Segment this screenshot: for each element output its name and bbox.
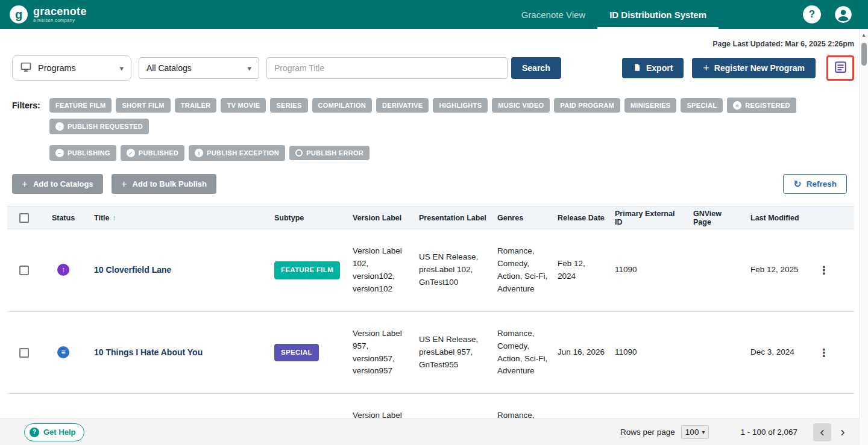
column-subtype: Subtype xyxy=(269,207,348,229)
export-file-icon xyxy=(633,63,641,73)
plus-icon: + xyxy=(22,179,28,189)
filter-series[interactable]: SERIES xyxy=(270,98,307,113)
table-header-row: Status Title↑ Subtype Version Label Pres… xyxy=(7,207,854,229)
last-modified-cell: Feb 12, 2025 xyxy=(746,394,809,419)
filter-music-video[interactable]: MUSIC VIDEO xyxy=(492,98,550,113)
version-label-cell: Version Label 102, version102, version10… xyxy=(348,229,414,312)
add-to-catalogs-button[interactable]: + Add to Catalogs xyxy=(12,174,103,194)
primary-external-id-cell: 11090 xyxy=(610,394,688,419)
filter-miniseries[interactable]: MINISERIES xyxy=(624,98,677,113)
last-modified-cell: Dec 3, 2024 xyxy=(746,311,809,394)
genres-cell: Romance, Comedy, Action, Sci-Fi, Adventu… xyxy=(492,229,553,312)
rows-per-page-label: Rows per page xyxy=(620,428,675,437)
programs-select-value: Programs xyxy=(38,63,76,73)
column-status: Status xyxy=(41,207,86,229)
search-button[interactable]: Search xyxy=(511,57,561,79)
release-date-cell: Sep 12, 2025 xyxy=(553,394,610,419)
filter-compilation[interactable]: COMPILATION xyxy=(312,98,372,113)
publishing-icon: − xyxy=(55,149,64,157)
row-checkbox[interactable] xyxy=(19,266,29,275)
column-last-modified: Last Modified xyxy=(746,207,809,229)
filter-publish-requested[interactable]: ↑ PUBLISH REQUESTED xyxy=(49,119,149,134)
export-button[interactable]: Export xyxy=(622,58,684,78)
footer-bar: ? Get Help Rows per page 100 ▾ 1 - 100 o… xyxy=(0,419,859,445)
list-view-icon xyxy=(833,60,848,77)
next-page-button[interactable]: › xyxy=(834,423,852,441)
select-all-checkbox[interactable] xyxy=(19,213,29,223)
filter-trailer[interactable]: TRAILER xyxy=(175,98,217,113)
chevron-down-icon: ▾ xyxy=(702,429,705,435)
version-label-cell: Version Label 680, version680, version68… xyxy=(348,394,414,419)
registered-icon: ≡ xyxy=(733,101,741,110)
help-icon[interactable]: ? xyxy=(803,5,821,23)
release-date-cell: Feb 12, 2024 xyxy=(553,229,610,312)
tab-gracenote-view[interactable]: Gracenote View xyxy=(509,0,597,29)
vertical-scrollbar[interactable]: ▲ xyxy=(859,29,868,445)
primary-external-id-cell: 11090 xyxy=(610,229,688,312)
program-title-link[interactable]: 10 Cloverfield Lane xyxy=(94,265,171,275)
column-gnview-page: GNView Page xyxy=(688,207,746,229)
last-modified-cell: Feb 12, 2025 xyxy=(746,229,809,312)
filter-published[interactable]: ✓ PUBLISHED xyxy=(121,145,184,161)
programs-select[interactable]: Programs ▾ xyxy=(12,55,131,81)
filter-derivative[interactable]: DERIVATIVE xyxy=(376,98,429,113)
user-avatar-icon[interactable] xyxy=(834,5,852,23)
filter-publish-error[interactable]: PUBLISH ERROR xyxy=(289,146,370,160)
program-title-input[interactable] xyxy=(266,57,508,79)
filter-tv-movie[interactable]: TV MOVIE xyxy=(221,98,266,113)
column-genres: Genres xyxy=(492,207,553,229)
presentation-label-cell: US EN Release, presLabel 680, GnTest678 xyxy=(414,394,492,419)
gnview-page-cell xyxy=(688,394,746,419)
brand-name: gracenote xyxy=(33,6,87,17)
last-updated-text: Page Last Updated: Mar 6, 2025 2:26pm xyxy=(12,40,854,48)
filter-highlights[interactable]: HIGHLIGHTS xyxy=(433,98,488,113)
sort-ascending-icon[interactable]: ↑ xyxy=(112,213,116,222)
filter-publish-exception[interactable]: ! PUBLISH EXCEPTION xyxy=(189,145,285,161)
status-publish-requested-icon: ↑ xyxy=(57,264,69,276)
row-menu-icon[interactable]: ⋮ xyxy=(819,346,829,359)
catalogs-select[interactable]: All Catalogs ▾ xyxy=(139,57,259,79)
gracenote-logo-icon: g xyxy=(10,5,28,23)
register-new-program-button[interactable]: + Register New Program xyxy=(692,58,816,78)
tab-id-distribution-system[interactable]: ID Distribution System xyxy=(597,0,719,29)
top-nav: g gracenote a nielsen company Gracenote … xyxy=(0,0,868,29)
presentation-label-cell: US EN Release, presLabel 957, GnTest955 xyxy=(414,311,492,394)
add-to-bulk-publish-button[interactable]: + Add to Bulk Publish xyxy=(112,174,216,194)
column-version-label: Version Label xyxy=(348,207,414,229)
get-help-button[interactable]: ? Get Help xyxy=(24,423,84,441)
previous-page-button[interactable]: ‹ xyxy=(813,423,831,441)
column-release-date: Release Date xyxy=(553,207,610,229)
filter-short-film[interactable]: SHORT FILM xyxy=(116,98,170,113)
filter-registered[interactable]: ≡ REGISTERED xyxy=(727,98,796,113)
help-icon: ? xyxy=(30,428,39,437)
filters-label: Filters: xyxy=(12,98,46,161)
filter-paid-program[interactable]: PAID PROGRAM xyxy=(554,98,620,113)
catalogs-select-value: All Catalogs xyxy=(146,63,192,73)
filters-section: Filters: FEATURE FILM SHORT FILM TRAILER… xyxy=(12,98,854,161)
subtype-badge: FEATURE FILM xyxy=(274,261,340,279)
list-view-toggle-button[interactable] xyxy=(826,55,854,81)
row-checkbox[interactable] xyxy=(19,348,29,358)
release-date-cell: Jun 16, 2026 xyxy=(553,311,610,394)
column-presentation-label: Presentation Label xyxy=(414,207,492,229)
presentation-label-cell: US EN Release, presLabel 102, GnTest100 xyxy=(414,229,492,312)
monitor-icon xyxy=(20,61,32,75)
genres-cell: Romance, Comedy, Action, Sci-Fi, Adventu… xyxy=(492,394,553,419)
program-title-link[interactable]: 10 Things I Hate About You xyxy=(94,347,203,357)
filter-publishing[interactable]: − PUBLISHING xyxy=(49,145,116,161)
filter-feature-film[interactable]: FEATURE FILM xyxy=(49,98,112,113)
row-menu-icon[interactable]: ⋮ xyxy=(819,264,829,276)
header-tabs: Gracenote View ID Distribution System xyxy=(509,0,719,29)
plus-icon: + xyxy=(703,63,709,73)
brand: g gracenote a nielsen company xyxy=(10,5,87,23)
chevron-down-icon: ▾ xyxy=(119,64,124,73)
column-title[interactable]: Title↑ xyxy=(86,207,269,229)
toolbar: Programs ▾ All Catalogs ▾ Search Export … xyxy=(12,55,854,81)
scroll-up-icon[interactable]: ▲ xyxy=(861,33,866,38)
filter-special[interactable]: SPECIAL xyxy=(681,98,723,113)
subtype-badge: SPECIAL xyxy=(274,344,319,362)
gnview-page-cell xyxy=(688,229,746,312)
rows-per-page-select[interactable]: 100 ▾ xyxy=(681,425,709,439)
refresh-button[interactable]: ↻ Refresh xyxy=(783,174,847,194)
scrollbar-thumb[interactable] xyxy=(861,43,867,66)
